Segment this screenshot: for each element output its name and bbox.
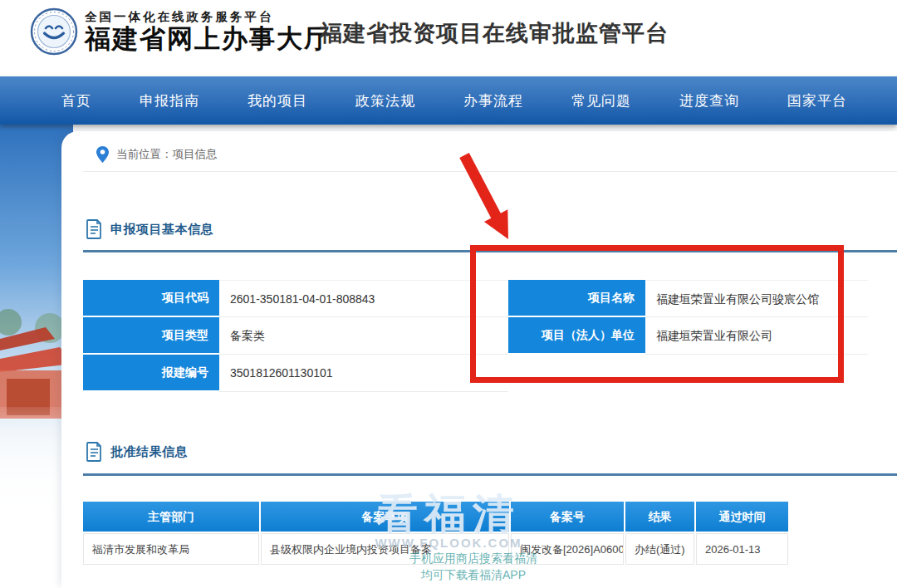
col-header-filing-item: 备案事项 xyxy=(261,502,509,532)
brand-small-title: 全国一体化在线政务服务平台 xyxy=(85,9,331,25)
basic-info-section-title: 申报项目基本信息 xyxy=(110,222,213,238)
breadcrumb-divider xyxy=(83,171,897,172)
field-label-project-name: 项目名称 xyxy=(508,280,645,317)
empty-cell xyxy=(645,355,868,392)
nav-item-progress-query[interactable]: 进度查询 xyxy=(679,91,739,110)
brand-block: 全国一体化在线政务服务平台 福建省网上办事大厅 xyxy=(85,9,331,53)
cell-result: 办结(通过) xyxy=(625,533,694,565)
brand-large-title: 福建省网上办事大厅 xyxy=(85,25,331,53)
cell-filing-item: 县级权限内企业境内投资项目备案 xyxy=(261,533,509,565)
field-value-construction-no: 3501812601130101 xyxy=(219,355,508,392)
col-header-filing-no: 备案号 xyxy=(511,502,624,532)
nav-item-home[interactable]: 首页 xyxy=(61,91,91,110)
nav-item-declare-guide[interactable]: 申报指南 xyxy=(140,91,199,110)
nav-item-my-projects[interactable]: 我的项目 xyxy=(248,91,307,110)
result-table-data-row: 福清市发展和改革局 县级权限内企业境内投资项目备案 闽发改备[2026]A060… xyxy=(83,533,787,565)
nav-item-national-platform[interactable]: 国家平台 xyxy=(787,91,847,110)
site-header: 全国一体化在线政务服务平台 福建省网上办事大厅 福建省投资项目在线审批监管平台 xyxy=(0,0,897,76)
nav-item-faq[interactable]: 常见问题 xyxy=(571,91,631,110)
field-label-legal-entity: 项目（法人）单位 xyxy=(508,317,645,355)
col-header-department: 主管部门 xyxy=(83,502,259,532)
gov-smiley-logo-icon[interactable] xyxy=(30,7,78,56)
basic-info-section-header: 申报项目基本信息 xyxy=(86,219,213,239)
basic-info-table: 项目代码 2601-350181-04-01-808843 项目名称 福建垣荣置… xyxy=(83,280,868,392)
nav-item-policies[interactable]: 政策法规 xyxy=(355,91,415,110)
field-value-project-type: 备案类 xyxy=(219,317,508,355)
cell-filing-no: 闽发改备[2026]A060012 xyxy=(511,533,624,565)
nav-item-process[interactable]: 办事流程 xyxy=(463,91,523,110)
document-icon xyxy=(86,219,102,239)
page: 全国一体化在线政务服务平台 福建省网上办事大厅 福建省投资项目在线审批监管平台 … xyxy=(0,0,897,588)
document-icon xyxy=(86,442,102,462)
approval-result-underline xyxy=(83,473,897,476)
approval-result-section-header: 批准结果信息 xyxy=(86,442,188,462)
page-title: 福建省投资项目在线审批监管平台 xyxy=(320,18,669,48)
result-table-header-row: 主管部门 备案事项 备案号 结果 通过时间 xyxy=(83,502,787,532)
basic-info-underline xyxy=(83,250,897,252)
field-value-legal-entity: 福建垣荣置业有限公司 xyxy=(645,317,868,355)
cell-department: 福清市发展和改革局 xyxy=(83,533,259,565)
col-header-pass-date: 通过时间 xyxy=(696,502,788,532)
field-value-project-code: 2601-350181-04-01-808843 xyxy=(219,280,508,317)
breadcrumb-label: 当前位置：项目信息 xyxy=(116,147,218,162)
empty-cell xyxy=(508,355,645,392)
cell-pass-date: 2026-01-13 xyxy=(696,533,788,565)
field-label-project-code: 项目代码 xyxy=(83,280,219,317)
field-label-project-type: 项目类型 xyxy=(83,317,219,355)
main-nav: 首页 申报指南 我的项目 政策法规 办事流程 常见问题 进度查询 国家平台 xyxy=(0,76,897,125)
approval-result-table: 主管部门 备案事项 备案号 结果 通过时间 福清市发展和改革局 县级权限内企业境… xyxy=(83,502,787,565)
field-label-construction-no: 报建编号 xyxy=(83,355,219,392)
breadcrumb: 当前位置：项目信息 xyxy=(96,141,218,168)
approval-result-section-title: 批准结果信息 xyxy=(110,444,188,460)
field-value-project-name: 福建垣荣置业有限公司骏宸公馆 xyxy=(645,280,868,317)
col-header-result: 结果 xyxy=(625,502,694,532)
location-pin-icon xyxy=(96,146,109,163)
